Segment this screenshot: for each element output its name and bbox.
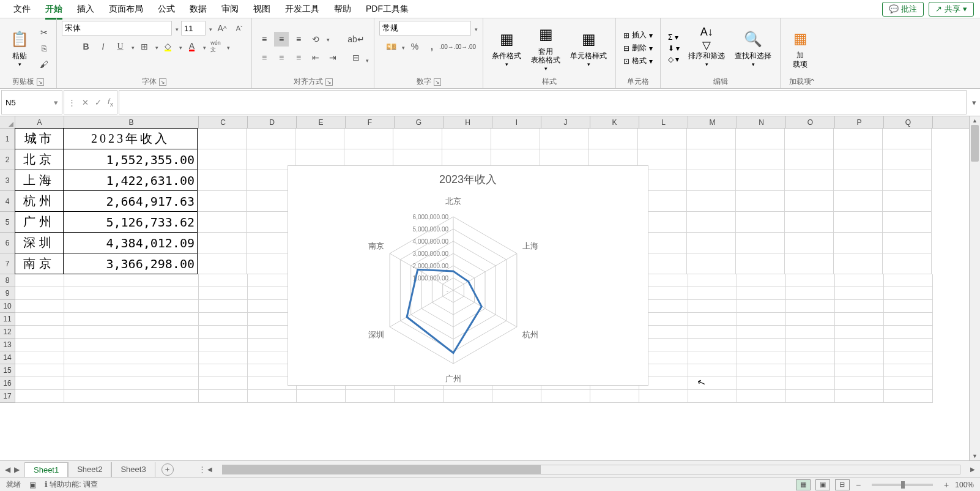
cell[interactable]: 南京	[15, 253, 64, 274]
expand-formula-bar-button[interactable]: ▾	[968, 89, 980, 116]
cell[interactable]	[736, 212, 785, 233]
scroll-down-icon[interactable]: ▼	[970, 452, 980, 460]
cell[interactable]	[884, 326, 933, 339]
cell[interactable]	[198, 129, 247, 149]
cell[interactable]	[884, 313, 933, 326]
cell[interactable]	[64, 274, 199, 287]
cell[interactable]	[737, 300, 786, 313]
cell[interactable]	[688, 364, 737, 377]
row-header[interactable]: 17	[0, 390, 15, 403]
comma-button[interactable]: ,	[425, 39, 439, 54]
cell[interactable]	[198, 253, 247, 274]
cell[interactable]	[883, 253, 932, 274]
hscroll-right-icon[interactable]: ▶	[969, 466, 976, 473]
cell[interactable]	[198, 212, 247, 233]
font-name-select[interactable]	[62, 21, 172, 36]
menu-数据[interactable]: 数据	[182, 1, 214, 17]
cell[interactable]	[687, 212, 736, 233]
column-header-G[interactable]: G	[395, 116, 444, 128]
cell[interactable]: 深圳	[15, 232, 64, 253]
column-header-D[interactable]: D	[248, 116, 297, 128]
format-cells-button[interactable]: ⊡ 格式 ▾	[621, 55, 655, 67]
accessibility-status[interactable]: ℹ 辅助功能: 调查	[45, 479, 98, 490]
cell[interactable]	[687, 233, 736, 253]
cell[interactable]: 城市	[15, 128, 64, 149]
cell[interactable]	[884, 390, 933, 403]
align-left-button[interactable]: ≡	[257, 50, 272, 65]
expand-namebox-icon[interactable]: ⋮	[68, 98, 76, 107]
cell[interactable]	[737, 364, 786, 377]
cell-style-button[interactable]: ▦单元格样式▾	[566, 27, 611, 69]
cell[interactable]	[834, 212, 883, 233]
cell[interactable]	[786, 300, 835, 313]
cell[interactable]	[15, 313, 64, 326]
scroll-up-icon[interactable]: ▲	[970, 116, 980, 125]
orientation-button[interactable]: ⟲	[308, 32, 323, 47]
zoom-out-button[interactable]: −	[855, 480, 862, 490]
cell[interactable]	[199, 313, 248, 326]
align-top-button[interactable]: ≡	[257, 32, 272, 47]
format-painter-button[interactable]: 🖌	[37, 57, 51, 72]
cell[interactable]	[883, 233, 932, 253]
column-header-P[interactable]: P	[835, 116, 884, 128]
cell[interactable]	[786, 326, 835, 339]
column-header-A[interactable]: A	[15, 116, 64, 128]
merge-button[interactable]: ⊟	[349, 50, 363, 65]
delete-cells-button[interactable]: ⊟ 删除 ▾	[621, 42, 655, 54]
cell[interactable]	[687, 170, 736, 191]
cell[interactable]	[834, 129, 883, 149]
cell[interactable]	[883, 149, 932, 170]
column-header-F[interactable]: F	[346, 116, 395, 128]
cell[interactable]	[835, 300, 884, 313]
cut-button[interactable]: ✂	[37, 25, 51, 40]
cell[interactable]	[884, 287, 933, 300]
cell[interactable]: 杭州	[15, 190, 64, 212]
cell[interactable]	[835, 390, 884, 403]
cell[interactable]	[688, 300, 737, 313]
column-header-N[interactable]: N	[737, 116, 786, 128]
comment-button[interactable]: 💬 批注	[882, 2, 924, 17]
page-break-view-button[interactable]: ⊟	[835, 479, 850, 490]
row-header[interactable]: 4	[0, 191, 15, 212]
row-header[interactable]: 16	[0, 377, 15, 390]
cell[interactable]	[15, 326, 64, 339]
column-header-Q[interactable]: Q	[884, 116, 933, 128]
cell[interactable]	[737, 351, 786, 364]
cell[interactable]	[786, 377, 835, 390]
decrease-font-button[interactable]: Aˇ	[232, 21, 247, 36]
cell[interactable]	[785, 149, 834, 170]
cell[interactable]	[785, 253, 834, 274]
font-color-button[interactable]: A	[185, 39, 199, 54]
sort-filter-button[interactable]: A↓▽排序和筛选▾	[685, 27, 729, 69]
menu-审阅[interactable]: 审阅	[214, 1, 246, 17]
number-format-select[interactable]	[379, 21, 471, 36]
cell[interactable]	[638, 129, 687, 149]
cell[interactable]	[198, 233, 247, 253]
cell[interactable]	[444, 390, 492, 403]
cell[interactable]	[199, 287, 248, 300]
decrease-decimal-button[interactable]: .0→.00	[459, 39, 473, 54]
cell[interactable]	[199, 364, 248, 377]
cell[interactable]	[786, 313, 835, 326]
decrease-indent-button[interactable]: ⇤	[308, 50, 323, 65]
bold-button[interactable]: B	[79, 39, 94, 54]
menu-视图[interactable]: 视图	[246, 1, 278, 17]
column-header-K[interactable]: K	[590, 116, 639, 128]
cell[interactable]	[835, 274, 884, 287]
row-header[interactable]: 15	[0, 364, 15, 377]
share-button[interactable]: ↗ 共享 ▾	[929, 2, 974, 17]
cell[interactable]	[884, 377, 933, 390]
cell[interactable]	[737, 326, 786, 339]
cell[interactable]	[199, 274, 248, 287]
cell[interactable]	[346, 390, 395, 403]
cell[interactable]	[834, 191, 883, 212]
cell[interactable]	[15, 390, 64, 403]
align-bottom-button[interactable]: ≡	[291, 32, 306, 47]
cell[interactable]	[395, 390, 444, 403]
cell[interactable]	[737, 390, 786, 403]
menu-开始[interactable]: 开始	[38, 1, 70, 17]
column-header-B[interactable]: B	[64, 116, 199, 128]
cell[interactable]	[199, 351, 248, 364]
column-header-I[interactable]: I	[492, 116, 541, 128]
cell[interactable]	[884, 364, 933, 377]
